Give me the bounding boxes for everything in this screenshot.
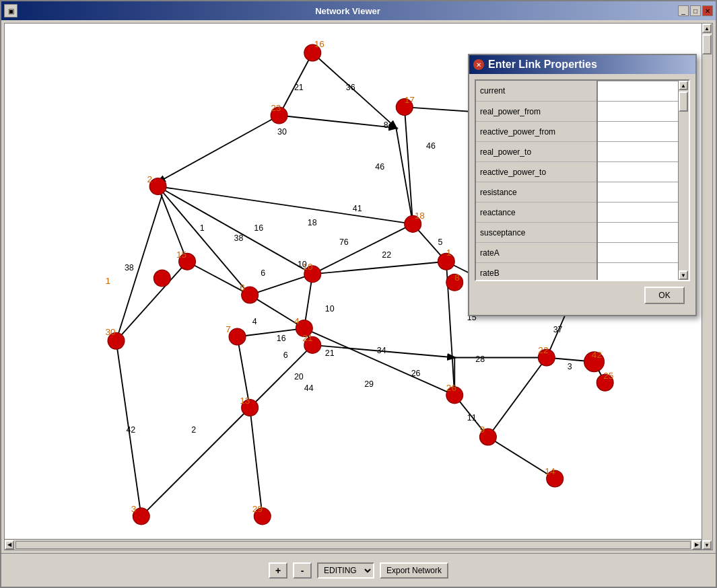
field-input-cell-real_power_from[interactable] [597,102,689,122]
field-input-reactance[interactable] [601,205,685,220]
field-input-real_power_from[interactable] [601,104,685,119]
node-label: 9 [479,425,485,435]
dialog-footer: OK [475,281,690,309]
svg-line-34 [158,186,413,224]
svg-line-28 [116,262,188,341]
field-label-rateB: rateB [476,263,597,282]
svg-line-2 [158,116,279,182]
node-label: 1 [446,248,452,258]
zoom-in-button[interactable]: + [269,562,287,579]
mode-select[interactable]: EDITING VIEWING [317,562,374,579]
edge-label: 2 [191,425,196,435]
node-label: 23 [271,103,281,113]
edge-label: 30 [277,127,287,137]
ok-button[interactable]: OK [644,287,685,304]
svg-line-29 [250,274,312,295]
edge-label: 34 [377,346,386,355]
field-input-cell-real_power_to[interactable] [597,142,689,162]
edge-label: 42 [126,425,135,435]
svg-line-23 [141,408,250,516]
svg-line-32 [279,116,397,128]
node-label: 14 [545,466,555,476]
svg-line-33 [396,128,413,224]
node-label: 7 [226,324,231,334]
node-label: 4 [294,316,300,326]
edge-label: 11 [467,413,477,422]
node-label: 25 [603,371,614,381]
node-label: 13 [240,396,250,406]
field-label-rateA: rateA [476,243,597,263]
field-input-susceptance[interactable] [601,225,685,240]
zoom-out-button[interactable]: - [293,562,312,579]
field-input-cell-rateA[interactable] [597,243,689,263]
edge-label: 3 [568,362,572,371]
dialog-scrollbar[interactable]: ▲ ▼ [678,81,689,280]
node-label: 16 [314,39,325,49]
edge-label: 37 [553,325,563,334]
svg-line-4 [405,107,413,224]
node-label: 42 [592,350,602,360]
field-input-real_power_to[interactable] [601,145,685,159]
node-label: 26 [446,383,456,393]
dialog-field-row: rateB [476,263,689,282]
title-bar-controls: _ □ ✕ [678,5,713,16]
dialog-field-row: real_power_to [476,142,689,162]
field-input-cell-reactive_power_from[interactable] [597,122,689,142]
svg-point-70 [153,270,170,287]
window-icon: ▣ [4,4,18,17]
dialog-fields-table: current real_power_from reactive_power_f… [476,81,689,281]
field-input-reactive_power_from[interactable] [601,124,685,139]
dialog-field-row: current [476,81,689,102]
node-label: 17 [405,95,415,105]
edge-label: 10 [325,304,335,314]
edge-label: 6 [283,351,288,360]
svg-point-57 [229,328,246,345]
dialog-field-row: susceptance [476,223,689,243]
svg-line-24 [250,408,263,516]
field-input-cell-susceptance[interactable] [597,223,689,243]
svg-line-25 [116,194,162,340]
node-label: 30 [105,327,116,337]
dialog-body: current real_power_from reactive_power_f… [469,74,695,315]
field-input-current[interactable] [601,84,685,99]
edge-label: 4 [252,317,257,326]
dialog-close-button[interactable]: ✕ [473,59,484,70]
field-label-susceptance: susceptance [476,223,597,243]
field-input-cell-reactive_power_to[interactable] [597,162,689,182]
field-input-rateA[interactable] [601,246,685,260]
field-label-current: current [476,81,597,102]
edge-label: 46 [375,162,384,172]
edge-label: 29 [364,379,374,389]
field-input-cell-current[interactable] [597,81,689,102]
scrollbar-bottom[interactable]: ◀ ▶ [5,539,702,550]
field-label-reactance: reactance [476,203,597,223]
edge-label: 8 [384,120,388,130]
field-input-cell-reactance[interactable] [597,203,689,223]
node-label: 3 [131,504,137,514]
field-input-resistance[interactable] [601,185,685,200]
export-network-button[interactable]: Export Network [380,562,448,579]
edge-label: 21 [325,348,335,358]
minimize-button[interactable]: _ [678,5,689,16]
node-label: 6 [240,283,245,293]
edge-label: 36 [346,83,355,92]
edge-label: 20 [294,372,304,381]
title-bar: ▣ Network Viewer _ □ ✕ [1,1,716,20]
field-input-cell-resistance[interactable] [597,182,689,203]
edge-label: 28 [475,355,485,364]
field-input-reactive_power_to[interactable] [601,165,685,180]
maximize-button[interactable]: □ [690,5,701,16]
edge-label: 5 [438,237,442,247]
svg-line-37 [304,328,454,395]
node-label: 29 [252,504,263,514]
field-input-rateB[interactable] [601,266,685,281]
node-label: 18 [415,211,425,221]
field-label-real_power_from: real_power_from [476,102,597,122]
dialog-title: Enter Link Properties [488,59,597,71]
field-input-cell-rateB[interactable] [597,263,689,282]
scrollbar-right[interactable]: ▲ ▼ [702,24,712,550]
close-button[interactable]: ✕ [702,5,713,16]
window-title: Network Viewer [18,6,678,16]
svg-line-40 [488,358,547,437]
node-label: 10 [302,262,313,272]
